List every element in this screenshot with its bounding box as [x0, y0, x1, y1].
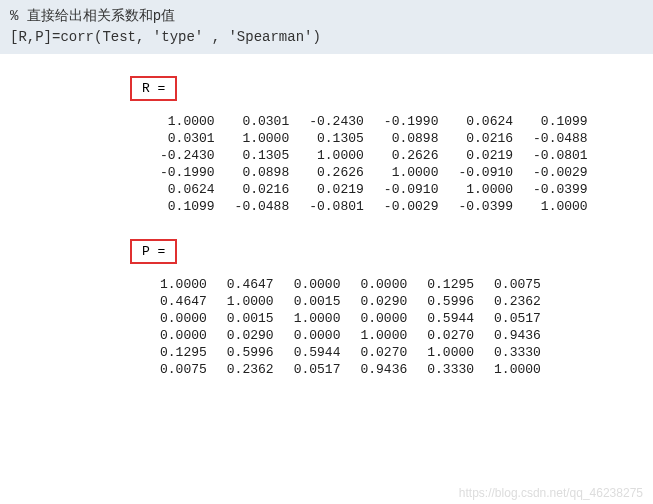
label-P: P = — [130, 239, 177, 264]
table-cell: 0.0290 — [217, 327, 284, 344]
table-cell: 0.0075 — [484, 276, 551, 293]
table-cell: 1.0000 — [350, 327, 417, 344]
table-cell: 0.0301 — [225, 113, 300, 130]
table-cell: -0.0801 — [523, 147, 598, 164]
table-row: 0.0000 0.0015 1.0000 0.0000 0.5944 0.051… — [150, 310, 551, 327]
table-cell: 0.0517 — [284, 361, 351, 378]
table-cell: 0.0301 — [150, 130, 225, 147]
table-cell: 0.0219 — [299, 181, 374, 198]
table-cell: 0.1295 — [417, 276, 484, 293]
table-cell: -0.1990 — [374, 113, 449, 130]
table-cell: 0.0624 — [150, 181, 225, 198]
table-cell: 0.0000 — [350, 310, 417, 327]
table-cell: 0.0290 — [350, 293, 417, 310]
table-cell: -0.0029 — [523, 164, 598, 181]
table-cell: 0.5996 — [417, 293, 484, 310]
table-cell: 0.0075 — [150, 361, 217, 378]
table-cell: 0.2362 — [484, 293, 551, 310]
matrix-R: 1.0000 0.0301-0.2430-0.1990 0.0624 0.109… — [150, 113, 598, 215]
table-cell: 0.0898 — [374, 130, 449, 147]
table-cell: 0.0270 — [350, 344, 417, 361]
table-cell: -0.0399 — [448, 198, 523, 215]
table-row: 0.1295 0.5996 0.5944 0.0270 1.0000 0.333… — [150, 344, 551, 361]
table-cell: 0.0517 — [484, 310, 551, 327]
table-cell: 1.0000 — [484, 361, 551, 378]
table-cell: 0.5944 — [417, 310, 484, 327]
table-cell: 1.0000 — [225, 130, 300, 147]
table-cell: 0.0000 — [284, 276, 351, 293]
table-cell: -0.0488 — [225, 198, 300, 215]
table-cell: 1.0000 — [448, 181, 523, 198]
table-cell: 0.9436 — [484, 327, 551, 344]
code-comment: % 直接给出相关系数和p值 — [10, 6, 643, 27]
table-row: 1.0000 0.4647 0.0000 0.0000 0.1295 0.007… — [150, 276, 551, 293]
table-cell: 0.1099 — [523, 113, 598, 130]
table-cell: 1.0000 — [523, 198, 598, 215]
table-cell: -0.0910 — [374, 181, 449, 198]
table-cell: -0.0399 — [523, 181, 598, 198]
table-cell: 0.0000 — [150, 327, 217, 344]
table-row: 0.1099-0.0488-0.0801-0.0029-0.0399 1.000… — [150, 198, 598, 215]
table-cell: 1.0000 — [374, 164, 449, 181]
table-cell: 0.4647 — [150, 293, 217, 310]
table-row: 0.4647 1.0000 0.0015 0.0290 0.5996 0.236… — [150, 293, 551, 310]
table-cell: 0.0270 — [417, 327, 484, 344]
table-cell: 0.4647 — [217, 276, 284, 293]
table-cell: -0.0029 — [374, 198, 449, 215]
table-cell: -0.0488 — [523, 130, 598, 147]
table-cell: 0.1305 — [225, 147, 300, 164]
code-header: % 直接给出相关系数和p值 [R,P]=corr(Test, 'type' , … — [0, 0, 653, 54]
table-row: 0.0624 0.0216 0.0219-0.0910 1.0000-0.039… — [150, 181, 598, 198]
table-cell: -0.2430 — [299, 113, 374, 130]
table-cell: 0.9436 — [350, 361, 417, 378]
table-cell: 0.0624 — [448, 113, 523, 130]
table-cell: 0.1295 — [150, 344, 217, 361]
table-cell: 0.2626 — [299, 164, 374, 181]
table-cell: 1.0000 — [299, 147, 374, 164]
table-row: -0.2430 0.1305 1.0000 0.2626 0.0219-0.08… — [150, 147, 598, 164]
table-cell: 0.5996 — [217, 344, 284, 361]
table-row: 0.0075 0.2362 0.0517 0.9436 0.3330 1.000… — [150, 361, 551, 378]
table-cell: 0.3330 — [484, 344, 551, 361]
table-cell: 0.3330 — [417, 361, 484, 378]
table-cell: 1.0000 — [217, 293, 284, 310]
table-cell: -0.1990 — [150, 164, 225, 181]
table-cell: 1.0000 — [150, 113, 225, 130]
code-call: [R,P]=corr(Test, 'type' , 'Spearman') — [10, 27, 643, 48]
output-area: R = 1.0000 0.0301-0.2430-0.1990 0.0624 0… — [0, 54, 653, 400]
table-cell: 0.0015 — [284, 293, 351, 310]
table-cell: 0.0000 — [350, 276, 417, 293]
table-cell: 1.0000 — [284, 310, 351, 327]
table-cell: 0.0000 — [150, 310, 217, 327]
table-cell: 0.0216 — [448, 130, 523, 147]
table-cell: 1.0000 — [150, 276, 217, 293]
table-row: 0.0301 1.0000 0.1305 0.0898 0.0216-0.048… — [150, 130, 598, 147]
table-cell: 0.5944 — [284, 344, 351, 361]
label-R: R = — [130, 76, 177, 101]
table-row: 1.0000 0.0301-0.2430-0.1990 0.0624 0.109… — [150, 113, 598, 130]
table-cell: 0.0898 — [225, 164, 300, 181]
matrix-P: 1.0000 0.4647 0.0000 0.0000 0.1295 0.007… — [150, 276, 551, 378]
table-cell: 0.2626 — [374, 147, 449, 164]
table-cell: 0.1305 — [299, 130, 374, 147]
table-cell: 1.0000 — [417, 344, 484, 361]
table-row: 0.0000 0.0290 0.0000 1.0000 0.0270 0.943… — [150, 327, 551, 344]
table-cell: -0.0801 — [299, 198, 374, 215]
table-cell: 0.0000 — [284, 327, 351, 344]
table-row: -0.1990 0.0898 0.2626 1.0000-0.0910-0.00… — [150, 164, 598, 181]
table-cell: 0.0219 — [448, 147, 523, 164]
table-cell: 0.2362 — [217, 361, 284, 378]
table-cell: -0.2430 — [150, 147, 225, 164]
table-cell: -0.0910 — [448, 164, 523, 181]
table-cell: 0.0015 — [217, 310, 284, 327]
table-cell: 0.1099 — [150, 198, 225, 215]
table-cell: 0.0216 — [225, 181, 300, 198]
